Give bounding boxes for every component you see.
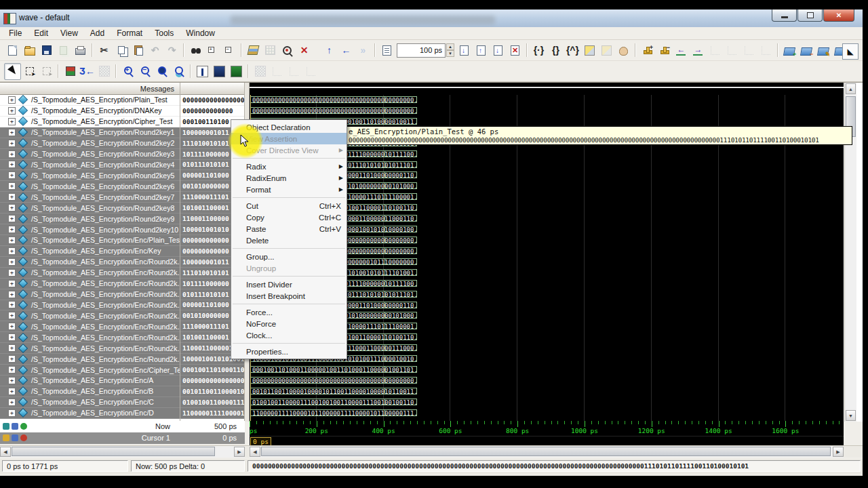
signal-row[interactable]: +/S_Topmodule_AES_Encryption/Round2key2: [0, 138, 180, 149]
context-menu-item-clock[interactable]: Clock...: [231, 329, 347, 341]
remove-window-pane-button[interactable]: −: [798, 42, 815, 59]
expand-icon[interactable]: +: [8, 118, 16, 125]
print-button[interactable]: [72, 42, 89, 59]
restore-button[interactable]: [797, 9, 823, 22]
expand-icon[interactable]: +: [8, 182, 16, 190]
signal-row[interactable]: +/S_Topmodule_AES_Encryption/Enc/Round2k…: [0, 332, 180, 343]
expand-icon[interactable]: +: [8, 344, 16, 352]
expand-button[interactable]: [204, 42, 221, 59]
expand-icon[interactable]: +: [8, 204, 16, 211]
step-over-button[interactable]: {}: [547, 42, 564, 59]
menu-edit[interactable]: Edit: [28, 27, 54, 39]
signal-row[interactable]: +/S_Topmodule_AES_Encryption/Round2key8: [0, 203, 180, 214]
select-mode-button[interactable]: [4, 63, 21, 80]
expand-icon[interactable]: +: [8, 150, 16, 158]
context-menu-item-noforce[interactable]: NoForce: [231, 318, 347, 329]
names-scroll-thumb[interactable]: [12, 447, 215, 456]
scroll-up-button[interactable]: ▲: [846, 83, 856, 94]
find-button[interactable]: [187, 42, 204, 59]
run-length-input[interactable]: [397, 43, 446, 58]
context-menu-item-cut[interactable]: CutCtrl+X: [231, 200, 347, 211]
add-cursor-icon[interactable]: [20, 423, 27, 430]
zoom-full-button[interactable]: [153, 63, 170, 80]
expand-icon[interactable]: +: [8, 107, 16, 115]
cursor-track[interactable]: 0 ps: [250, 436, 844, 446]
signal-row[interactable]: +/S_Topmodule_AES_Encryption/Round2key10: [0, 224, 180, 235]
context-menu-item-paste[interactable]: PasteCtrl+V: [231, 223, 347, 235]
filter-button[interactable]: [96, 63, 113, 80]
names-hscrollbar[interactable]: ◀ ▶: [0, 446, 245, 458]
signal-row[interactable]: +/S_Topmodule_AES_Encryption/Round2key3: [0, 149, 180, 160]
add-window-pane-button[interactable]: +: [781, 42, 798, 59]
redo-button[interactable]: ↷: [163, 42, 180, 59]
new-file-button[interactable]: [4, 42, 21, 59]
expand-icon[interactable]: +: [8, 247, 16, 255]
signal-row[interactable]: +/S_Topmodule_AES_Encryption/Plain_Test: [0, 95, 180, 106]
signal-value[interactable]: 00000000000000000000: [180, 375, 244, 386]
wave-hscrollbar[interactable]: ◀ ▶: [250, 446, 844, 458]
step-out-button[interactable]: {^}: [564, 42, 581, 59]
signal-row[interactable]: +/S_Topmodule_AES_Encryption/Enc/Plain_T…: [0, 235, 180, 246]
context-menu-item-force[interactable]: Force...: [231, 306, 347, 318]
delete-cursor-icon[interactable]: [20, 434, 27, 441]
go-forward-button[interactable]: »: [355, 42, 372, 59]
edit-window-pane-button[interactable]: ✎: [815, 42, 832, 59]
expand-icon[interactable]: +: [8, 161, 16, 168]
next-transition-button[interactable]: →: [690, 42, 707, 59]
wave-scroll-left-button[interactable]: ◀: [250, 447, 260, 457]
edit-mode-button[interactable]: [38, 63, 55, 80]
names-scroll-left-button[interactable]: ◀: [0, 447, 11, 457]
step-other-button[interactable]: [598, 42, 615, 59]
context-menu-item-copy[interactable]: CopyCtrl+C: [231, 211, 347, 223]
expand-icon[interactable]: +: [8, 333, 16, 341]
edge-c-button[interactable]: [302, 63, 319, 80]
signal-row[interactable]: +/S_Topmodule_AES_Encryption/Round2key9: [0, 214, 180, 224]
signal-value[interactable]: 00101100110000100: [180, 386, 244, 397]
combine-signals-button[interactable]: Ӡ←: [79, 63, 96, 80]
format-literal-button[interactable]: [194, 63, 211, 80]
cursor-row[interactable]: Cursor 1 0 ps: [0, 432, 245, 444]
monitor-icon[interactable]: [12, 423, 18, 430]
expand-icon[interactable]: +: [8, 301, 16, 308]
expand-icon[interactable]: +: [8, 312, 16, 319]
menu-tools[interactable]: Tools: [149, 27, 180, 39]
signal-value[interactable]: 01001001100001110: [180, 397, 244, 408]
open-file-button[interactable]: [21, 42, 38, 59]
signal-row[interactable]: +/S_Topmodule_AES_Encryption/DNAKey: [0, 106, 180, 117]
signal-row[interactable]: +/S_Topmodule_AES_Encryption/Round2key4: [0, 160, 180, 171]
expand-icon[interactable]: +: [8, 366, 16, 373]
format-event-button[interactable]: [228, 63, 245, 80]
signal-row[interactable]: +/S_Topmodule_AES_Encryption/Cipher_Test: [0, 117, 180, 127]
expand-icon[interactable]: +: [8, 129, 16, 136]
signal-row[interactable]: +/S_Topmodule_AES_Encryption/Round2key5: [0, 170, 180, 181]
signal-row[interactable]: +/S_Topmodule_AES_Encryption/Enc/Round2k…: [0, 343, 180, 354]
signal-value[interactable]: 11000001111000010: [180, 408, 244, 419]
minimize-button[interactable]: [772, 9, 797, 22]
signal-row[interactable]: +/S_Topmodule_AES_Encryption/Enc/Round2k…: [0, 268, 180, 279]
names-scroll-right-button[interactable]: ▶: [234, 447, 245, 457]
menu-view[interactable]: View: [54, 27, 84, 39]
pages-button[interactable]: [55, 42, 72, 59]
insert-cursor-button[interactable]: +: [639, 42, 656, 59]
delete-wave-button[interactable]: ✕: [296, 42, 313, 59]
edge-b-button[interactable]: [285, 63, 302, 80]
expand-icon[interactable]: +: [8, 377, 16, 384]
zoom-mode-button[interactable]: [21, 63, 38, 80]
next-rising-button[interactable]: [757, 42, 774, 59]
expand-icon[interactable]: +: [8, 171, 16, 179]
expand-icon[interactable]: +: [8, 237, 16, 244]
context-menu-item-group[interactable]: Group...: [231, 251, 347, 262]
signal-row[interactable]: +/S_Topmodule_AES_Encryption/Enc/C: [0, 397, 180, 408]
context-menu-item-ungroup[interactable]: Ungroup: [231, 262, 347, 274]
expand-icon[interactable]: +: [8, 258, 16, 266]
prev-falling-button[interactable]: [707, 42, 724, 59]
signal-value[interactable]: 00000000000000000000: [180, 95, 244, 106]
signal-value[interactable]: 00010011010001100: [180, 365, 244, 375]
expand-icon[interactable]: +: [8, 399, 16, 406]
grid-button[interactable]: [262, 42, 279, 59]
paste-button[interactable]: [130, 42, 146, 59]
undock-button[interactable]: ◣: [842, 43, 859, 60]
menu-file[interactable]: File: [3, 27, 28, 39]
undo-button[interactable]: ↶: [146, 42, 163, 59]
expand-icon[interactable]: +: [8, 280, 16, 287]
